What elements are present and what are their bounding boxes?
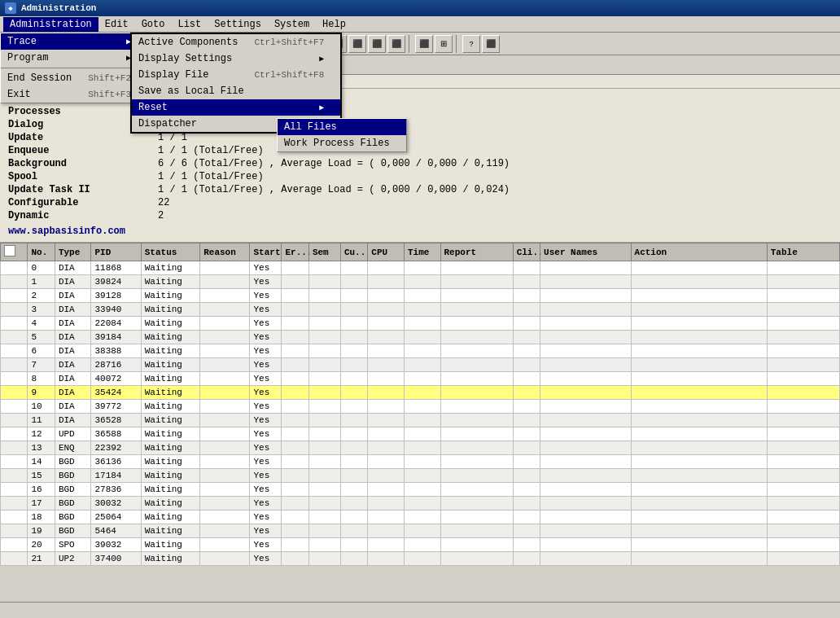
col-type[interactable]: Type <box>55 243 91 261</box>
col-pid[interactable]: PID <box>91 243 141 261</box>
col-er[interactable]: Er... <box>282 243 308 261</box>
col-status[interactable]: Status <box>141 243 199 261</box>
menu-list[interactable]: List <box>171 17 208 32</box>
table-cell: DIA <box>55 289 91 303</box>
table-cell <box>282 261 308 275</box>
table-cell <box>631 303 767 317</box>
col-report[interactable]: Report <box>440 243 513 261</box>
table-cell <box>340 386 367 400</box>
col-no[interactable]: No. <box>28 243 55 261</box>
table-row[interactable]: 3DIA33940WaitingYes <box>1 303 840 317</box>
trace-display-settings[interactable]: Display Settings ▶ <box>132 50 340 67</box>
table-row[interactable]: 4DIA22084WaitingYes <box>1 317 840 331</box>
col-cu[interactable]: Cu... <box>340 243 367 261</box>
col-table[interactable]: Table <box>767 243 839 261</box>
table-row[interactable]: 6DIA38388WaitingYes <box>1 344 840 358</box>
toolbar-extra6-btn[interactable]: ⬛ <box>368 35 386 53</box>
table-cell <box>767 524 839 538</box>
table-cell <box>631 331 767 344</box>
table-cell <box>1 497 28 511</box>
table-cell <box>1 414 28 427</box>
table-row[interactable]: 13ENQ22392WaitingYes <box>1 441 840 455</box>
col-cpu[interactable]: CPU <box>368 243 405 261</box>
table-cell <box>368 331 405 344</box>
process-menu-exit[interactable]: Exit Shift+F3 <box>1 86 147 103</box>
table-cell <box>282 427 308 441</box>
table-row[interactable]: 7DIA28716WaitingYes <box>1 358 840 372</box>
table-cell: 37400 <box>91 552 141 566</box>
table-row[interactable]: 0DIA11868WaitingYes <box>1 261 840 275</box>
trace-active-components[interactable]: Active Components Ctrl+Shift+F7 <box>132 34 340 50</box>
table-cell <box>767 441 839 455</box>
table-row[interactable]: 16BGD27836WaitingYes <box>1 483 840 497</box>
table-row[interactable]: 5DIA39184WaitingYes <box>1 331 840 344</box>
menu-edit[interactable]: Edit <box>98 17 135 32</box>
table-row[interactable]: 19BGD5464WaitingYes <box>1 524 840 538</box>
table-cell <box>404 386 440 400</box>
table-cell: 39824 <box>91 275 141 289</box>
spool-value: 1 / 1 (Total/Free) <box>155 170 832 183</box>
process-menu[interactable]: Trace ▶ Program ▶ End Session Shift+F2 E… <box>0 33 148 103</box>
table-row[interactable]: 11DIA36528WaitingYes <box>1 414 840 427</box>
work-process-table-container[interactable]: No. Type PID Status Reason Start Er... S… <box>0 243 840 618</box>
table-cell <box>513 511 540 524</box>
menu-goto[interactable]: Goto <box>135 17 172 32</box>
reset-menu[interactable]: All Files Work Process Files <box>277 118 407 152</box>
table-row[interactable]: 12UPD36588WaitingYes <box>1 427 840 441</box>
toolbar-extra5-btn[interactable]: ⬛ <box>348 35 366 53</box>
table-row[interactable]: 17BGD30032WaitingYes <box>1 497 840 511</box>
table-cell <box>540 455 631 469</box>
table-cell <box>282 317 308 331</box>
col-usernames[interactable]: User Names <box>540 243 631 261</box>
table-cell <box>767 483 839 497</box>
table-cell: 36528 <box>91 414 141 427</box>
process-menu-end-session[interactable]: End Session Shift+F2 <box>1 70 147 86</box>
table-cell <box>1 511 28 524</box>
menu-settings[interactable]: Settings <box>208 17 268 32</box>
toolbar-extra7-btn[interactable]: ⬛ <box>387 35 405 53</box>
col-reason[interactable]: Reason <box>200 243 250 261</box>
col-start[interactable]: Start <box>250 243 282 261</box>
col-action[interactable]: Action <box>631 243 767 261</box>
update-task2-label: Update Task II <box>8 183 155 196</box>
table-cell <box>282 511 308 524</box>
trace-display-file[interactable]: Display File Ctrl+Shift+F8 <box>132 67 340 83</box>
table-row[interactable]: 9DIA35424WaitingYes <box>1 386 840 400</box>
table-cell: Yes <box>250 289 282 303</box>
table-row[interactable]: 14BGD36136WaitingYes <box>1 455 840 469</box>
process-menu-program[interactable]: Program ▶ <box>1 50 147 66</box>
toolbar-help2-btn[interactable]: ⬛ <box>482 35 500 53</box>
col-cli[interactable]: Cli... <box>513 243 540 261</box>
table-cell <box>513 358 540 372</box>
trace-reset[interactable]: Reset ▶ <box>132 99 340 116</box>
toolbar-grid-btn[interactable]: ⊞ <box>435 35 453 53</box>
trace-save-local[interactable]: Save as Local File <box>132 83 340 99</box>
table-row[interactable]: 20SPO39032WaitingYes <box>1 538 840 552</box>
reset-all-files[interactable]: All Files <box>278 119 406 135</box>
reset-work-process-files[interactable]: Work Process Files <box>278 135 406 151</box>
table-row[interactable]: 1DIA39824WaitingYes <box>1 275 840 289</box>
process-menu-trace[interactable]: Trace ▶ <box>1 33 147 50</box>
table-cell <box>513 344 540 358</box>
table-row[interactable]: 18BGD25064WaitingYes <box>1 511 840 524</box>
table-row[interactable]: 15BGD17184WaitingYes <box>1 469 840 483</box>
table-row[interactable]: 8DIA40072WaitingYes <box>1 372 840 386</box>
menu-administration[interactable]: Administration <box>3 17 98 32</box>
col-time[interactable]: Time <box>404 243 440 261</box>
table-row[interactable]: 10DIA39772WaitingYes <box>1 400 840 414</box>
table-cell: 4 <box>28 317 55 331</box>
table-cell: Yes <box>250 400 282 414</box>
table-cell <box>513 455 540 469</box>
toolbar-help-btn[interactable]: ? <box>462 35 480 53</box>
table-cell <box>368 289 405 303</box>
table-row[interactable]: 2DIA39128WaitingYes <box>1 289 840 303</box>
table-cell <box>282 455 308 469</box>
table-cell: 14 <box>28 455 55 469</box>
menu-help[interactable]: Help <box>316 17 352 32</box>
table-cell: 19 <box>28 524 55 538</box>
toolbar-layout-btn[interactable]: ⬛ <box>415 35 433 53</box>
menu-system[interactable]: System <box>268 17 316 32</box>
col-sem[interactable]: Sem <box>308 243 340 261</box>
table-row[interactable]: 21UP237400WaitingYes <box>1 552 840 566</box>
table-cell <box>308 469 340 483</box>
